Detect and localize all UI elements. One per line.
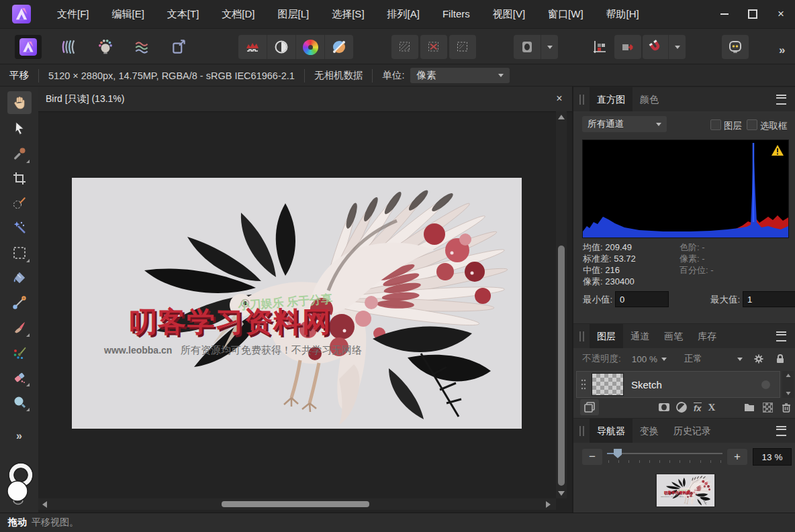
- mask-layer-button[interactable]: [658, 402, 670, 413]
- layer-name[interactable]: Sketch: [631, 379, 662, 390]
- new-layer-button[interactable]: [763, 403, 773, 413]
- colour-swatches[interactable]: [5, 462, 34, 505]
- blend-mode-chevron-icon[interactable]: [737, 358, 743, 361]
- blur-tool[interactable]: [7, 390, 32, 413]
- stock-assistant-button[interactable]: [722, 35, 749, 59]
- scroll-left-arrow[interactable]: [42, 501, 47, 508]
- layer-row-sketch[interactable]: Sketch: [576, 371, 780, 398]
- paint-brush-tool[interactable]: [7, 316, 32, 339]
- duplicate-layer-button[interactable]: [580, 399, 599, 415]
- adjustment-layer-button[interactable]: [676, 402, 687, 413]
- auto-colour-button[interactable]: [296, 35, 325, 59]
- snapping-dropdown-button[interactable]: [669, 35, 686, 59]
- lock-icon[interactable]: [775, 354, 786, 364]
- tone-mapping-persona-button[interactable]: [129, 35, 156, 59]
- gradient-tool[interactable]: [7, 291, 32, 314]
- layer-drag-handle-icon[interactable]: [581, 378, 586, 390]
- tab-close-button[interactable]: ×: [552, 91, 567, 106]
- panel-drag-handle[interactable]: [579, 426, 584, 436]
- menu-document[interactable]: 文档[D]: [210, 0, 266, 28]
- tab-brushes[interactable]: 画笔: [657, 324, 690, 348]
- selection-marquee-button[interactable]: [449, 35, 476, 59]
- delete-layer-button[interactable]: [780, 401, 792, 413]
- view-tool[interactable]: [7, 91, 32, 114]
- scroll-down-arrow[interactable]: [558, 491, 565, 496]
- zoom-slider-handle[interactable]: [614, 449, 622, 458]
- selection-brush-tool[interactable]: [7, 191, 32, 214]
- liquify-persona-button[interactable]: [55, 35, 82, 59]
- gear-icon[interactable]: [753, 354, 764, 364]
- document-tab[interactable]: Bird [只读] (13.1%): [46, 87, 124, 111]
- deselect-button[interactable]: [420, 35, 447, 59]
- zoom-in-button[interactable]: +: [727, 449, 747, 465]
- move-by-whole-pixels-button[interactable]: [614, 35, 641, 59]
- zoom-slider-track[interactable]: [607, 453, 722, 454]
- colour-replacement-brush-tool[interactable]: [7, 341, 32, 364]
- vertical-scroll-thumb[interactable]: [558, 246, 565, 486]
- navigator-thumbnail[interactable]: [656, 474, 715, 507]
- zoom-value[interactable]: 13 %: [753, 448, 792, 466]
- scroll-up-arrow[interactable]: [558, 115, 565, 119]
- tab-transform[interactable]: 变换: [633, 419, 666, 443]
- panel-drag-handle[interactable]: [579, 331, 584, 341]
- tab-histogram[interactable]: 直方图: [590, 87, 633, 111]
- maximize-button[interactable]: [739, 0, 767, 28]
- menu-filters[interactable]: Filters: [431, 0, 481, 28]
- menu-text[interactable]: 文本[T]: [156, 0, 211, 28]
- toolbar-overflow-button[interactable]: »: [779, 44, 785, 57]
- menu-help[interactable]: 帮助[H]: [595, 0, 651, 28]
- auto-white-balance-button[interactable]: [325, 35, 353, 59]
- menu-view[interactable]: 视图[V]: [481, 0, 536, 28]
- photo-persona-button[interactable]: [15, 35, 42, 59]
- canvas-viewport[interactable]: [38, 111, 572, 513]
- tab-navigator[interactable]: 导航器: [590, 419, 633, 443]
- move-tool[interactable]: [7, 117, 32, 140]
- marquee-checkbox[interactable]: [747, 119, 757, 130]
- histogram-min-input[interactable]: [615, 291, 669, 307]
- layer-thumbnail[interactable]: [592, 373, 624, 396]
- selection-hatched-button[interactable]: [391, 35, 418, 59]
- assistant-button[interactable]: [514, 35, 541, 59]
- menu-arrange[interactable]: 排列[A]: [376, 0, 431, 28]
- develop-persona-button[interactable]: [92, 35, 119, 59]
- tools-overflow-button[interactable]: »: [0, 430, 38, 442]
- panel-menu-icon[interactable]: [776, 331, 786, 341]
- warning-icon[interactable]: [771, 144, 784, 156]
- panel-menu-icon[interactable]: [776, 426, 786, 436]
- zoom-out-button[interactable]: −: [582, 449, 602, 465]
- panel-drag-handle[interactable]: [579, 95, 584, 105]
- tab-colour[interactable]: 颜色: [633, 87, 666, 111]
- export-persona-button[interactable]: [166, 35, 193, 59]
- close-button[interactable]: ×: [767, 0, 795, 28]
- menu-file[interactable]: 文件[F]: [46, 0, 101, 28]
- group-layers-button[interactable]: [743, 402, 755, 413]
- channel-dropdown[interactable]: 所有通道: [582, 116, 667, 132]
- colour-picker-tool[interactable]: [7, 142, 32, 165]
- tab-history[interactable]: 历史记录: [666, 419, 718, 443]
- vertical-scrollbar[interactable]: [556, 111, 567, 498]
- opacity-value[interactable]: 100 %: [632, 354, 657, 364]
- layers-scroll-down-icon[interactable]: [786, 392, 790, 395]
- chevron-down-icon[interactable]: [661, 358, 667, 361]
- snapping-button[interactable]: [643, 35, 669, 59]
- flood-select-tool[interactable]: [7, 216, 32, 239]
- crop-tool[interactable]: [7, 167, 32, 190]
- layer-list-scrollbar[interactable]: [782, 371, 794, 398]
- minimize-button[interactable]: [710, 0, 739, 28]
- blend-mode-value[interactable]: 正常: [684, 353, 702, 365]
- menu-layer[interactable]: 图层[L]: [267, 0, 321, 28]
- horizontal-scrollbar[interactable]: [38, 498, 556, 510]
- tab-layers[interactable]: 图层: [590, 324, 623, 348]
- auto-contrast-button[interactable]: [267, 35, 296, 59]
- panel-menu-icon[interactable]: [776, 95, 786, 105]
- scroll-right-arrow[interactable]: [546, 501, 551, 508]
- tab-stock[interactable]: 库存: [690, 324, 724, 348]
- snapping-grid-button[interactable]: [586, 35, 613, 59]
- menu-edit[interactable]: 编辑[E]: [101, 0, 156, 28]
- erase-brush-tool[interactable]: [7, 366, 32, 388]
- assistant-dropdown-button[interactable]: [541, 35, 558, 59]
- marquee-select-tool[interactable]: [7, 242, 32, 264]
- layers-scroll-up-icon[interactable]: [786, 374, 790, 377]
- histogram-max-input[interactable]: [743, 291, 795, 307]
- layer-checkbox[interactable]: [710, 119, 721, 130]
